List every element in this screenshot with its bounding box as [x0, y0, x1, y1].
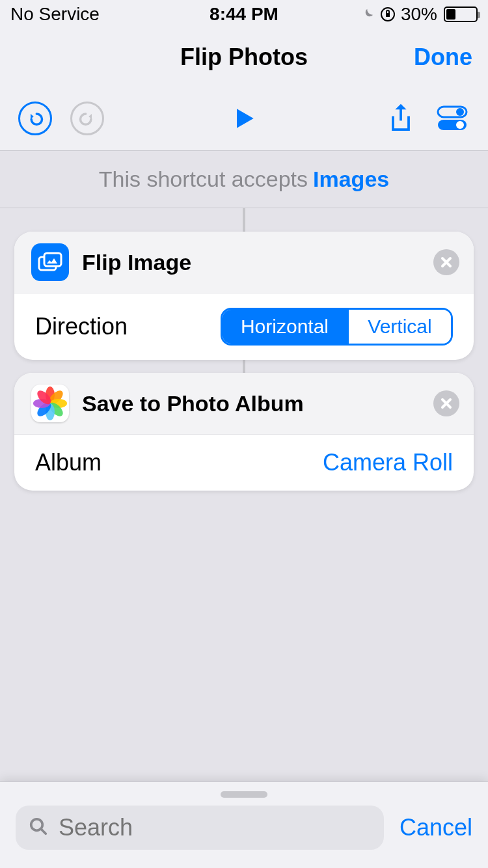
flip-image-icon — [31, 243, 69, 281]
battery-icon — [444, 7, 478, 22]
seg-horizontal[interactable]: Horizontal — [223, 310, 347, 344]
card-header: Flip Image — [14, 232, 474, 293]
direction-segmented-control[interactable]: Horizontal Vertical — [221, 308, 453, 346]
nav-bar: Flip Photos Done — [0, 29, 488, 86]
status-bar: No Service 8:44 PM 30% — [0, 0, 488, 29]
remove-action-button[interactable] — [433, 390, 459, 416]
svg-rect-6 — [44, 253, 61, 266]
direction-label: Direction — [35, 313, 128, 340]
play-button[interactable] — [230, 104, 258, 133]
page-title: Flip Photos — [180, 44, 308, 71]
card-title: Save to Photo Album — [82, 391, 304, 416]
svg-point-2 — [456, 108, 464, 116]
connector-line — [243, 208, 245, 232]
redo-button[interactable] — [70, 102, 104, 135]
search-icon — [29, 817, 48, 839]
moon-icon — [360, 7, 375, 21]
seg-vertical[interactable]: Vertical — [347, 310, 451, 344]
album-value[interactable]: Camera Roll — [323, 449, 453, 476]
card-title: Flip Image — [82, 250, 191, 275]
orientation-lock-icon — [380, 7, 396, 22]
accepts-banner[interactable]: This shortcut accepts Images — [0, 151, 488, 208]
card-row-direction: Direction Horizontal Vertical — [14, 293, 474, 360]
card-header: Save to Photo Album — [14, 373, 474, 434]
action-card-flip-image: Flip Image Direction Horizontal Vertical — [14, 232, 474, 360]
done-button[interactable]: Done — [414, 44, 472, 71]
workflow-canvas: Flip Image Direction Horizontal Vertical — [0, 208, 488, 491]
accepts-prefix: This shortcut accepts — [99, 167, 308, 192]
clock: 8:44 PM — [210, 4, 278, 24]
remove-action-button[interactable] — [433, 249, 459, 275]
card-row-album[interactable]: Album Camera Roll — [14, 434, 474, 491]
toolbar — [0, 86, 488, 151]
album-label: Album — [35, 449, 102, 476]
action-search-panel[interactable]: Cancel — [0, 781, 488, 868]
accepts-type[interactable]: Images — [313, 167, 389, 192]
share-button[interactable] — [384, 103, 418, 134]
search-input[interactable] — [57, 813, 371, 842]
action-card-save-photo-album: Save to Photo Album Album Camera Roll — [14, 373, 474, 491]
battery-pct: 30% — [401, 4, 437, 25]
photos-app-icon — [31, 385, 69, 422]
connector-line — [243, 360, 245, 373]
undo-button[interactable] — [18, 102, 52, 135]
drag-handle[interactable] — [221, 791, 267, 798]
search-field[interactable] — [16, 806, 384, 850]
svg-point-4 — [456, 121, 464, 129]
service-label: No Service — [10, 4, 100, 25]
cancel-button[interactable]: Cancel — [400, 814, 472, 841]
settings-toggle-button[interactable] — [436, 104, 470, 133]
